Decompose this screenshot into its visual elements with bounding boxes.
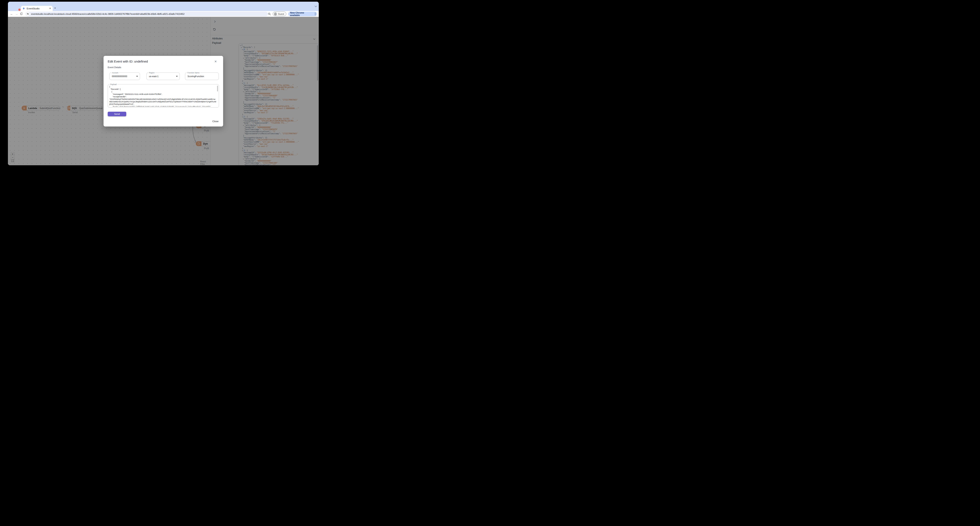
back-button[interactable]: ← [9, 12, 14, 16]
eventstudio-favicon-icon [22, 7, 25, 10]
close-button[interactable]: Close [213, 120, 218, 123]
send-button[interactable]: Send [108, 112, 126, 116]
kebab-menu-icon[interactable] [315, 13, 316, 16]
payload-field-label: Payload [110, 83, 117, 85]
page-content: λ Lambda SubmitQuizFunction Invoke → [8, 17, 319, 165]
profile-button[interactable]: Guest [273, 12, 286, 16]
dropdown-caret-icon[interactable] [176, 76, 178, 77]
payload-textarea-content[interactable]: { "Records": [ { "messageId": "65032221-… [110, 85, 216, 107]
address-bar[interactable]: eventstudio.localhost.localstack.cloud:4… [25, 12, 268, 16]
chrome-update-button[interactable]: New Chrome available [288, 12, 317, 16]
site-settings-icon[interactable] [26, 12, 30, 16]
zoom-icon[interactable] [268, 13, 271, 16]
function-name-label: Function Name [187, 72, 200, 74]
tab-strip: EventStudio ✕ + [8, 2, 319, 11]
url-text[interactable]: eventstudio.localhost.localstack.cloud:4… [31, 13, 185, 15]
new-tab-button[interactable]: + [54, 6, 56, 10]
tab-search-chevron-icon[interactable] [315, 5, 317, 7]
dropdown-caret-icon[interactable] [136, 76, 138, 77]
tab-eventstudio[interactable]: EventStudio ✕ [21, 6, 53, 11]
chrome-update-label: New Chrome available [290, 11, 313, 16]
account-label: Account [111, 72, 119, 74]
region-select[interactable]: Region us-east-1 [146, 73, 180, 80]
browser-window: EventStudio ✕ + ← → [8, 2, 319, 165]
function-name-value: ScoringFunction [188, 75, 204, 78]
function-name-field[interactable]: Function Name ScoringFunction [185, 73, 219, 80]
person-icon [274, 13, 277, 16]
account-value: 000000000000 [112, 75, 127, 78]
browser-toolbar: ← → eventstudio.localhost.localst [8, 11, 319, 17]
payload-scrollbar[interactable] [217, 86, 218, 91]
close-window-button[interactable] [18, 8, 21, 11]
profile-label: Guest [278, 13, 284, 15]
screen: EventStudio ✕ + ← → [0, 0, 327, 175]
event-details-label: Event Details [108, 66, 121, 69]
region-label: Region [148, 72, 155, 74]
tab-close-icon[interactable]: ✕ [49, 7, 51, 10]
reload-button[interactable] [19, 13, 24, 15]
edit-event-modal: Edit Event with ID: undefined ✕ Event De… [103, 56, 223, 126]
modal-close-icon[interactable]: ✕ [215, 60, 217, 63]
account-select[interactable]: Account 000000000000 [110, 73, 140, 80]
forward-button[interactable]: → [14, 12, 19, 16]
payload-textarea[interactable]: Payload { "Records": [ { "messageId": "6… [108, 84, 219, 108]
tab-title: EventStudio [27, 7, 48, 10]
modal-title: Edit Event with ID: undefined [108, 60, 148, 63]
region-value: us-east-1 [149, 75, 159, 78]
